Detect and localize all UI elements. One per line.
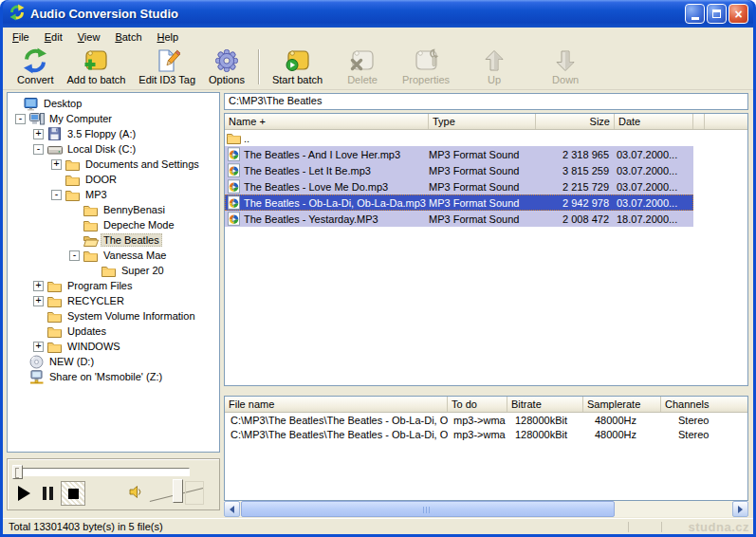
batch-row[interactable]: C:\MP3\The Beatles\The Beatles - Ob-La-D… xyxy=(225,427,747,441)
add-to-batch-button[interactable]: Add to batch xyxy=(61,46,133,85)
folder-icon xyxy=(101,264,117,278)
column-header-file-name[interactable]: File name xyxy=(225,397,448,412)
seek-slider-handle[interactable] xyxy=(12,465,23,479)
batch-bitrate-cell: 128000kBit xyxy=(507,415,583,426)
tree-expander-minus-icon[interactable]: - xyxy=(69,250,80,261)
toolbar-label: Convert xyxy=(17,74,54,85)
batch-list-header: File nameTo doBitrateSamplerateChannels xyxy=(225,397,747,413)
batch-channels-cell: Stereo xyxy=(661,415,747,426)
tree-item-label: Local Disk (C:) xyxy=(65,142,138,156)
menu-edit[interactable]: Edit xyxy=(37,29,70,45)
scroll-left-button[interactable] xyxy=(224,501,240,517)
tree-item-program-files[interactable]: +Program Files xyxy=(8,278,219,293)
file-size-cell: 2 942 978 xyxy=(536,197,615,209)
tree-item-system-volume-information[interactable]: System Volume Information xyxy=(8,308,219,324)
scroll-right-button[interactable] xyxy=(732,501,748,517)
convert-button[interactable]: Convert xyxy=(10,46,61,85)
menu-file[interactable]: File xyxy=(5,29,37,45)
column-header-to-do[interactable]: To do xyxy=(448,397,507,412)
file-row-the-beatles-and-i-love-her-mp3[interactable]: The Beatles - And I Love Her.mp3MP3 Form… xyxy=(225,146,693,162)
tree-expander-plus-icon[interactable]: + xyxy=(33,296,44,306)
tree-item-updates[interactable]: Updates xyxy=(8,324,219,339)
file-row-the-beatles-yestarday-mp3[interactable]: The Beatles - Yestarday.MP3MP3 Format So… xyxy=(225,211,693,227)
maximize-button[interactable] xyxy=(707,4,727,24)
file-row-the-beatles-ob-la-di-ob-la-da-mp3[interactable]: The Beatles - Ob-La-Di, Ob-La-Da.mp3MP3 … xyxy=(225,194,693,211)
file-name-cell: The Beatles - Yestarday.MP3 xyxy=(225,212,429,226)
column-header-size[interactable]: Size xyxy=(536,114,615,129)
status-separator xyxy=(661,522,662,532)
tree-item-documents-and-settings[interactable]: +Documents and Settings xyxy=(8,157,219,172)
seek-slider-track[interactable] xyxy=(13,468,190,476)
batch-row[interactable]: C:\MP3\The Beatles\The Beatles - Ob-La-D… xyxy=(225,413,747,427)
tree-item-depeche-mode[interactable]: Depeche Mode xyxy=(8,217,219,232)
folder-icon xyxy=(46,309,63,324)
tree-item-3-5-floppy-a[interactable]: +3.5 Floppy (A:) xyxy=(8,126,219,141)
tree-expander-plus-icon[interactable]: + xyxy=(33,342,44,352)
tree-expander-minus-icon[interactable]: - xyxy=(51,190,62,200)
scrollbar-thumb[interactable] xyxy=(241,501,615,517)
statusbar: Total 13301403 byte(s) in 5 file(s) stud… xyxy=(3,518,753,534)
edit-id3-tag-button[interactable]: Edit ID3 Tag xyxy=(132,46,202,85)
tree-item-super-20[interactable]: Super 20 xyxy=(8,263,219,278)
tree-item-label: Updates xyxy=(65,324,109,338)
tree-item-share-on-msmobile-z[interactable]: Share on 'Msmobile' (Z:) xyxy=(8,369,219,384)
minimize-button[interactable] xyxy=(685,4,705,24)
file-row-the-beatles-love-me-do-mp3[interactable]: The Beatles - Love Me Do.mp3MP3 Format S… xyxy=(225,178,693,194)
close-button[interactable]: × xyxy=(728,4,748,24)
file-row-[interactable]: .. xyxy=(225,130,693,146)
scrollbar-track[interactable] xyxy=(615,501,732,517)
tree-item-my-computer[interactable]: -My Computer xyxy=(8,111,219,126)
column-header-date[interactable]: Date xyxy=(615,114,693,129)
file-list: Name +TypeSizeDate ..The Beatles - And I… xyxy=(224,113,748,386)
menu-view[interactable]: View xyxy=(70,29,108,45)
tree-item-new-d[interactable]: NEW (D:) xyxy=(8,354,219,369)
pause-button[interactable] xyxy=(43,487,46,500)
tree-item-recycler[interactable]: +RECYCLER xyxy=(8,293,219,308)
file-size-cell: 2 215 729 xyxy=(536,181,615,193)
column-header-channels[interactable]: Channels xyxy=(661,397,747,412)
folder-open-icon xyxy=(83,233,99,248)
column-header-samplerate[interactable]: Samplerate xyxy=(583,397,661,412)
tree-item-local-disk-c[interactable]: -Local Disk (C:) xyxy=(8,141,219,157)
file-name-cell: The Beatles - Ob-La-Di, Ob-La-Da.mp3 xyxy=(225,195,429,210)
column-header-name[interactable]: Name + xyxy=(225,114,429,129)
tree-expander-plus-icon[interactable]: + xyxy=(51,159,62,170)
options-button[interactable]: Options xyxy=(202,46,251,85)
menu-help[interactable]: Help xyxy=(150,29,187,45)
tree-item-mp3[interactable]: -MP3 xyxy=(8,187,219,202)
file-date-cell: 03.07.2000... xyxy=(615,181,693,193)
tree-item-vanessa-mae[interactable]: -Vanessa Mae xyxy=(8,248,219,263)
stop-icon xyxy=(68,489,79,499)
volume-slider-handle[interactable] xyxy=(173,479,183,503)
toolbar-label: Up xyxy=(488,74,501,85)
menu-batch[interactable]: Batch xyxy=(107,29,149,45)
start-batch-icon xyxy=(285,47,311,74)
folder-icon xyxy=(46,294,63,308)
folder-icon xyxy=(46,324,63,339)
tree-item-windows[interactable]: +WINDOWS xyxy=(8,339,219,354)
tree-expander-plus-icon[interactable]: + xyxy=(33,281,44,291)
stop-button[interactable] xyxy=(61,481,85,506)
add-to-batch-icon xyxy=(83,47,109,74)
start-batch-button[interactable]: Start batch xyxy=(266,46,329,85)
tree-item-desktop[interactable]: Desktop xyxy=(8,96,219,111)
delete-button: Delete xyxy=(341,46,384,85)
column-header-bitrate[interactable]: Bitrate xyxy=(507,397,583,412)
tree-item-door[interactable]: DOOR xyxy=(8,172,219,187)
tree-item-the-beatles[interactable]: The Beatles xyxy=(8,232,219,248)
tree-expander-plus-icon[interactable]: + xyxy=(33,129,44,139)
path-bar[interactable]: C:\MP3\The Beatles xyxy=(224,93,748,110)
content-area: Desktop-My Computer+3.5 Floppy (A:)-Loca… xyxy=(3,90,753,518)
header-filler xyxy=(705,114,747,129)
play-button[interactable] xyxy=(18,486,30,501)
tree-item-bennybenasi[interactable]: BennyBenasi xyxy=(8,202,219,217)
tree-expander-minus-icon[interactable]: - xyxy=(15,114,26,124)
file-row-the-beatles-let-it-be-mp3[interactable]: The Beatles - Let It Be.mp3MP3 Format So… xyxy=(225,162,693,178)
tree-item-label: Share on 'Msmobile' (Z:) xyxy=(46,370,165,383)
maximize-icon xyxy=(712,9,721,18)
tree-item-label: Desktop xyxy=(41,97,84,110)
down-arrow-icon xyxy=(552,47,579,74)
tree-expander-minus-icon[interactable]: - xyxy=(33,144,44,155)
tree-item-label: Vanessa Mae xyxy=(101,249,169,262)
column-header-type[interactable]: Type xyxy=(429,114,536,129)
